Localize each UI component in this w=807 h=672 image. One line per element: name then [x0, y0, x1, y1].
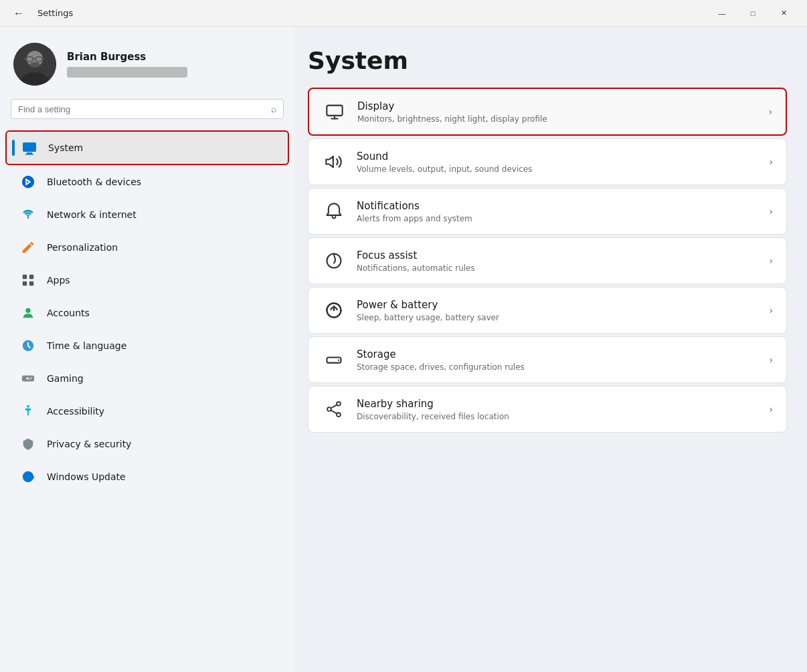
svg-point-23: [31, 377, 32, 378]
svg-point-12: [22, 176, 34, 188]
avatar-image: [13, 43, 56, 86]
main-window: Brian Burgess ⌕ Sys: [0, 27, 807, 672]
nearby-text: Nearby sharing Discoverability, received…: [357, 398, 758, 421]
svg-point-8: [29, 62, 40, 68]
svg-rect-9: [23, 142, 36, 152]
user-profile[interactable]: Brian Burgess: [0, 27, 294, 96]
sound-icon: [322, 150, 346, 174]
power-chevron: ›: [769, 305, 773, 316]
back-button[interactable]: ←: [8, 5, 29, 22]
power-desc: Sleep, battery usage, battery saver: [357, 313, 758, 322]
svg-rect-14: [23, 275, 27, 279]
bluetooth-icon: [19, 173, 37, 191]
time-icon: [19, 336, 37, 355]
settings-list: Display Monitors, brightness, night ligh…: [308, 88, 787, 433]
nearby-title: Nearby sharing: [357, 398, 758, 410]
sidebar: Brian Burgess ⌕ Sys: [0, 27, 294, 672]
focus-text: Focus assist Notifications, automatic ru…: [357, 249, 758, 273]
sidebar-item-apps-label: Apps: [47, 275, 70, 286]
user-name: Brian Burgess: [67, 51, 187, 63]
svg-rect-11: [25, 154, 33, 155]
sidebar-item-time-label: Time & language: [47, 340, 126, 351]
titlebar: ← Settings — □ ✕: [0, 0, 807, 27]
sidebar-item-accounts[interactable]: Accounts: [5, 297, 289, 329]
notifications-icon: [322, 199, 346, 223]
apps-icon: [19, 271, 37, 290]
nearby-icon: [322, 397, 346, 421]
svg-point-37: [327, 407, 331, 411]
setting-power[interactable]: Power & battery Sleep, battery usage, ba…: [308, 287, 787, 334]
sidebar-item-system-label: System: [48, 142, 83, 153]
sidebar-item-gaming-label: Gaming: [47, 373, 84, 384]
notifications-text: Notifications Alerts from apps and syste…: [357, 200, 758, 223]
svg-point-36: [337, 402, 341, 406]
system-icon: [20, 138, 39, 157]
sidebar-item-accounts-label: Accounts: [47, 308, 90, 318]
sidebar-item-privacy[interactable]: Privacy & security: [5, 428, 289, 460]
svg-rect-17: [29, 282, 33, 286]
setting-notifications[interactable]: Notifications Alerts from apps and syste…: [308, 188, 787, 235]
sidebar-item-time[interactable]: Time & language: [5, 330, 289, 362]
window-controls: — □ ✕: [707, 0, 799, 27]
sidebar-item-network-label: Network & internet: [47, 209, 137, 220]
sidebar-item-accessibility[interactable]: Accessibility: [5, 395, 289, 427]
storage-text: Storage Storage space, drives, configura…: [357, 348, 758, 372]
svg-point-38: [337, 413, 341, 417]
svg-line-40: [331, 411, 337, 414]
sidebar-item-gaming[interactable]: Gaming: [5, 362, 289, 395]
search-box[interactable]: ⌕: [11, 99, 284, 119]
maximize-button[interactable]: □: [737, 0, 768, 27]
notifications-desc: Alerts from apps and system: [357, 214, 758, 223]
storage-desc: Storage space, drives, configuration rul…: [357, 362, 758, 372]
sidebar-item-bluetooth[interactable]: Bluetooth & devices: [5, 166, 289, 198]
power-title: Power & battery: [357, 299, 758, 311]
svg-point-13: [27, 217, 29, 219]
sidebar-item-update[interactable]: Windows Update: [5, 461, 289, 493]
svg-point-35: [338, 359, 339, 360]
setting-sound[interactable]: Sound Volume levels, output, input, soun…: [308, 138, 787, 185]
focus-chevron: ›: [769, 255, 773, 266]
sidebar-item-personalization[interactable]: Personalization: [5, 231, 289, 263]
sidebar-item-bluetooth-label: Bluetooth & devices: [47, 177, 141, 187]
gaming-icon: [19, 369, 37, 388]
sidebar-item-personalization-label: Personalization: [47, 242, 118, 253]
setting-storage[interactable]: Storage Storage space, drives, configura…: [308, 336, 787, 383]
search-input[interactable]: [18, 104, 266, 114]
sidebar-item-apps[interactable]: Apps: [5, 264, 289, 296]
power-text: Power & battery Sleep, battery usage, ba…: [357, 299, 758, 322]
nearby-desc: Discoverability, received files location: [357, 412, 758, 421]
accounts-icon: [19, 304, 37, 322]
sidebar-item-system[interactable]: System: [5, 130, 289, 165]
svg-rect-16: [23, 282, 27, 286]
svg-line-39: [331, 405, 337, 409]
setting-focus[interactable]: Focus assist Notifications, automatic ru…: [308, 237, 787, 284]
display-desc: Monitors, brightness, night light, displ…: [357, 114, 757, 124]
main-content: System Display Monitors, brightness, nig…: [294, 27, 807, 672]
nearby-chevron: ›: [769, 404, 773, 415]
sound-title: Sound: [357, 150, 758, 162]
search-container: ⌕: [0, 96, 294, 127]
minimize-button[interactable]: —: [707, 0, 737, 27]
setting-display[interactable]: Display Monitors, brightness, night ligh…: [308, 88, 787, 136]
display-chevron: ›: [768, 106, 772, 117]
svg-rect-10: [27, 152, 32, 154]
app-title: Settings: [37, 8, 73, 18]
user-info: Brian Burgess: [67, 51, 187, 78]
sound-desc: Volume levels, output, input, sound devi…: [357, 164, 758, 174]
sidebar-item-privacy-label: Privacy & security: [47, 439, 131, 449]
avatar: [13, 43, 56, 86]
focus-desc: Notifications, automatic rules: [357, 263, 758, 273]
sound-chevron: ›: [769, 156, 773, 167]
sidebar-item-accessibility-label: Accessibility: [47, 406, 104, 417]
network-icon: [19, 205, 37, 224]
accessibility-icon: [19, 402, 37, 421]
sidebar-item-network[interactable]: Network & internet: [5, 199, 289, 231]
notifications-title: Notifications: [357, 200, 758, 212]
svg-rect-15: [29, 275, 33, 279]
close-button[interactable]: ✕: [768, 0, 799, 27]
notifications-chevron: ›: [769, 206, 773, 217]
focus-icon: [322, 249, 346, 273]
privacy-icon: [19, 435, 37, 453]
setting-nearby[interactable]: Nearby sharing Discoverability, received…: [308, 386, 787, 433]
update-icon: [19, 467, 37, 486]
